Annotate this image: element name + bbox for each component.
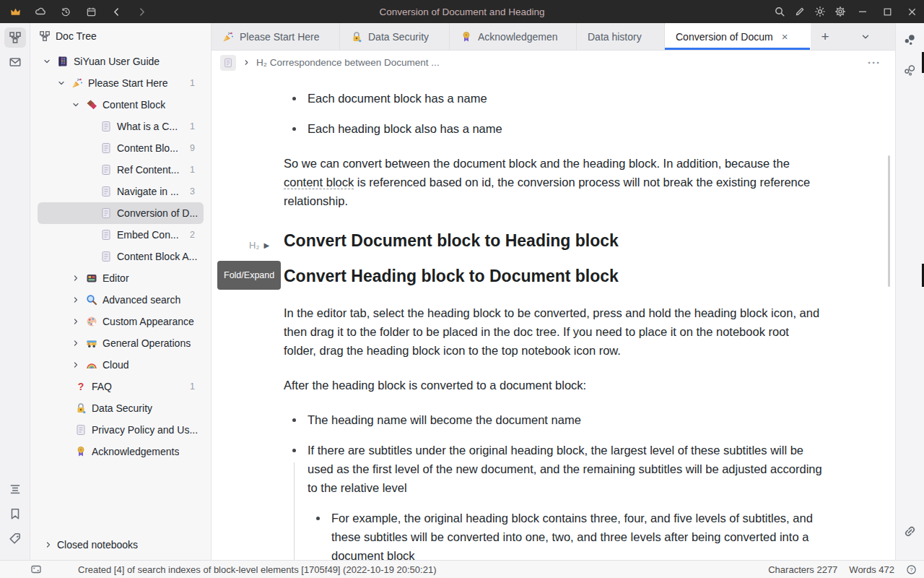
file-icon (100, 207, 112, 219)
tree-item-content-block-attributes[interactable]: Content Block A... (38, 246, 204, 267)
list-item[interactable]: If there are subtitles under the origina… (308, 441, 823, 560)
tree-item-please-start-here[interactable]: Please Start Here 1 (38, 72, 204, 94)
right-dock (895, 23, 924, 560)
tree-item-navigate-in[interactable]: Navigate in ... 3 (38, 181, 204, 202)
hide-dock-icon[interactable] (30, 564, 42, 575)
chevron-down-icon[interactable] (42, 56, 52, 66)
bookmark-icon[interactable] (4, 504, 26, 524)
closed-notebooks-toggle[interactable]: Closed notebooks (30, 532, 211, 557)
tab-close-icon[interactable]: × (782, 31, 788, 42)
doc-tree-icon (39, 30, 51, 42)
outline-icon[interactable] (4, 479, 26, 499)
list-item[interactable]: Each document block has a name (308, 89, 823, 108)
tree-item-privacy-policy[interactable]: Privacy Policy and Us... (38, 419, 204, 441)
notebook-icon (57, 56, 69, 67)
tree-item-label: Custom Appearance (103, 316, 194, 327)
tree-item-editor[interactable]: Editor (38, 267, 204, 289)
title-bar: Conversion of Document and Heading (0, 0, 924, 23)
close-button[interactable] (899, 0, 924, 23)
bento-box-icon (86, 272, 97, 284)
tree-item-data-security[interactable]: Data Security (38, 397, 204, 419)
tab-conversion-of-document[interactable]: Conversion of Docum × (665, 23, 811, 50)
inbox-icon[interactable] (4, 52, 26, 72)
paragraph[interactable]: After the heading block is converted to … (284, 376, 823, 394)
minimize-button[interactable] (850, 0, 875, 23)
help-icon[interactable] (906, 564, 917, 575)
party-popper-icon (71, 77, 83, 89)
settings-gear-icon[interactable] (830, 0, 850, 23)
chevron-down-icon[interactable] (56, 78, 66, 88)
main-area: Doc Tree SiYuan User Guide Please Start … (0, 23, 924, 560)
doc-tree-dock-icon[interactable] (4, 27, 26, 48)
tab-acknowledgements[interactable]: Acknowledgemen (450, 23, 577, 50)
tree-item-label: Conversion of D... (117, 207, 198, 219)
chevron-right-icon[interactable] (71, 338, 81, 348)
backlink-icon[interactable] (899, 521, 921, 541)
tree-item-label: Privacy Policy and Us... (92, 424, 198, 436)
fold-expand-tooltip: Fold/Expand (217, 261, 281, 290)
breadcrumb: H₂ Correspondence between Document ... ·… (212, 51, 895, 74)
tab-data-security[interactable]: Data Security (340, 23, 450, 50)
subdoc-count: 1 (190, 78, 195, 88)
back-icon[interactable] (110, 0, 123, 23)
tree-item-custom-appearance[interactable]: Custom Appearance (38, 311, 204, 332)
list-item[interactable]: For example, the original heading block … (331, 509, 823, 560)
chevron-right-icon[interactable] (71, 316, 81, 327)
tree-item-advanced-search[interactable]: Advanced search (38, 289, 204, 311)
cloud-sync-icon[interactable] (34, 0, 47, 23)
block-ref-link[interactable]: content block (284, 176, 354, 189)
history-icon[interactable] (59, 0, 72, 23)
heading-convert-document-to-heading[interactable]: H₂ ▶ Convert Document block to Heading b… (284, 229, 823, 252)
doc-tree-panel: Doc Tree SiYuan User Guide Please Start … (30, 23, 212, 560)
tree-item-faq[interactable]: FAQ 1 (38, 376, 204, 397)
edit-mode-icon[interactable] (790, 0, 810, 23)
graph-icon[interactable] (899, 30, 921, 50)
theme-icon[interactable] (810, 0, 830, 23)
words-label: Words (849, 564, 876, 575)
chevron-right-icon[interactable] (71, 273, 81, 283)
tree-item-conversion-of-document[interactable]: Conversion of D... (38, 202, 204, 224)
search-icon[interactable] (770, 0, 790, 23)
tree-item-ref-content-block[interactable]: Ref Content... 1 (38, 159, 204, 181)
chevron-right-icon[interactable] (71, 360, 81, 370)
tab-list-chevron-down-icon[interactable] (850, 23, 881, 50)
maximize-button[interactable] (875, 0, 899, 23)
chevron-down-icon[interactable] (71, 100, 81, 110)
tree-item-what-is-a-content-block[interactable]: What is a C... 1 (38, 116, 204, 137)
tree-item-content-block-type[interactable]: Content Blo... 9 (38, 137, 204, 159)
forward-icon[interactable] (135, 0, 148, 23)
tree-item-general-operations[interactable]: General Operations (38, 332, 204, 354)
list-item[interactable]: Each heading block also has a name (308, 119, 823, 138)
crown-icon[interactable] (9, 0, 22, 23)
bullet-list: Each document block has a name Each head… (284, 89, 823, 138)
heading-convert-heading-to-document[interactable]: Convert Heading block to Document block (284, 264, 823, 288)
editor-content[interactable]: Each document block has a name Each head… (212, 74, 895, 560)
list-item[interactable]: The heading name will become the documen… (308, 410, 823, 429)
tree-item-acknowledgements[interactable]: Acknowledgements (38, 441, 204, 462)
file-icon (100, 164, 112, 176)
tree-item-content-block[interactable]: Content Block (38, 94, 204, 116)
tag-icon[interactable] (4, 528, 26, 548)
chevron-right-icon[interactable] (71, 295, 81, 305)
tab-please-start-here[interactable]: Please Start Here (212, 23, 340, 50)
fold-arrow-icon[interactable]: ▶ (263, 234, 269, 257)
bullet-list: The heading name will become the documen… (284, 410, 823, 560)
subdoc-count: 9 (190, 143, 195, 153)
document-icon[interactable] (220, 55, 236, 71)
paragraph[interactable]: In the editor tab, select the heading bl… (284, 303, 823, 360)
tree-item-label: Editor (103, 272, 129, 284)
tree-item-label: Embed Con... (117, 229, 179, 241)
paragraph[interactable]: So we can convert between the document b… (284, 154, 823, 210)
global-graph-icon[interactable] (899, 60, 921, 80)
subdoc-count: 1 (190, 121, 195, 131)
tree-item-embed-content[interactable]: Embed Con... 2 (38, 224, 204, 246)
breadcrumb-heading-crumb[interactable]: H₂ Correspondence between Document ... (256, 57, 440, 68)
tree-item-notebook[interactable]: SiYuan User Guide (38, 51, 204, 72)
more-options-icon[interactable]: ··· (868, 56, 886, 69)
new-tab-button[interactable]: + (811, 23, 840, 50)
daily-note-icon[interactable] (84, 0, 97, 23)
doc-tree: SiYuan User Guide Please Start Here 1 Co… (30, 49, 211, 532)
tab-data-history[interactable]: Data history (577, 23, 665, 50)
editor-scrollbar-thumb[interactable] (888, 155, 890, 287)
tree-item-cloud[interactable]: Cloud (38, 354, 204, 376)
